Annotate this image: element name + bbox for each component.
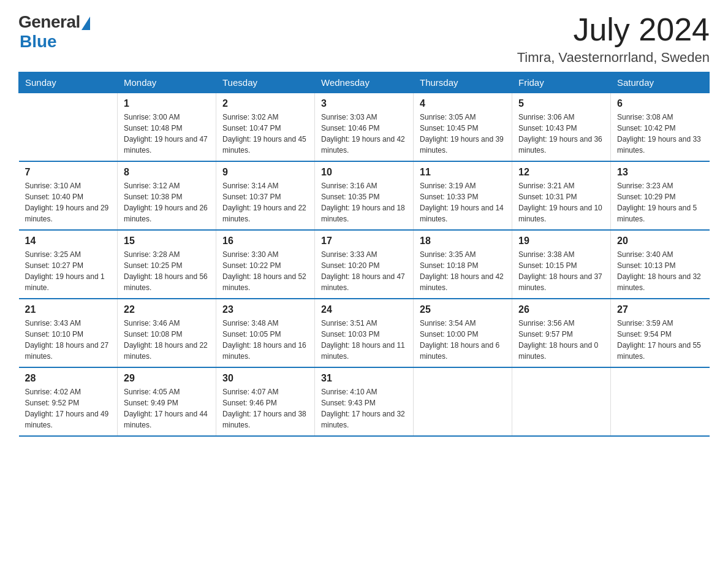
calendar-week-row: 7Sunrise: 3:10 AMSunset: 10:40 PMDayligh…: [19, 161, 710, 230]
calendar-cell: [19, 93, 118, 162]
day-number: 24: [321, 304, 407, 315]
day-info: Sunrise: 3:54 AMSunset: 10:00 PMDaylight…: [420, 318, 506, 362]
logo: General Blue: [18, 12, 90, 52]
calendar-cell: 15Sunrise: 3:28 AMSunset: 10:25 PMDaylig…: [118, 230, 216, 299]
day-number: 25: [420, 304, 506, 315]
day-info: Sunrise: 3:56 AMSunset: 9:57 PMDaylight:…: [518, 318, 604, 362]
day-info: Sunrise: 3:40 AMSunset: 10:13 PMDaylight…: [617, 249, 703, 293]
calendar-cell: [414, 367, 512, 436]
day-number: 26: [518, 304, 604, 315]
day-info: Sunrise: 3:21 AMSunset: 10:31 PMDaylight…: [518, 180, 604, 224]
month-year-title: July 2024: [517, 12, 710, 47]
logo-triangle-icon: [82, 17, 90, 30]
day-number: 29: [124, 373, 210, 384]
day-number: 18: [420, 236, 506, 247]
calendar-cell: 16Sunrise: 3:30 AMSunset: 10:22 PMDaylig…: [216, 230, 315, 299]
day-info: Sunrise: 3:48 AMSunset: 10:05 PMDaylight…: [222, 318, 308, 362]
calendar-header-row: SundayMondayTuesdayWednesdayThursdayFrid…: [19, 72, 710, 93]
day-number: 28: [25, 373, 112, 384]
calendar-cell: 7Sunrise: 3:10 AMSunset: 10:40 PMDayligh…: [19, 161, 118, 230]
day-info: Sunrise: 3:05 AMSunset: 10:45 PMDaylight…: [420, 112, 506, 156]
day-info: Sunrise: 3:23 AMSunset: 10:29 PMDaylight…: [617, 180, 703, 224]
calendar-cell: 9Sunrise: 3:14 AMSunset: 10:37 PMDayligh…: [216, 161, 315, 230]
day-number: 6: [617, 98, 703, 109]
calendar-cell: 31Sunrise: 4:10 AMSunset: 9:43 PMDayligh…: [315, 367, 414, 436]
calendar-week-row: 14Sunrise: 3:25 AMSunset: 10:27 PMDaylig…: [19, 230, 710, 299]
day-info: Sunrise: 3:03 AMSunset: 10:46 PMDaylight…: [321, 112, 407, 156]
day-info: Sunrise: 3:59 AMSunset: 9:54 PMDaylight:…: [617, 318, 703, 362]
calendar-cell: 26Sunrise: 3:56 AMSunset: 9:57 PMDayligh…: [512, 299, 611, 367]
day-info: Sunrise: 3:38 AMSunset: 10:15 PMDaylight…: [518, 249, 604, 293]
column-header-monday: Monday: [118, 72, 216, 93]
day-number: 10: [321, 167, 407, 178]
day-number: 3: [321, 98, 407, 109]
day-number: 11: [420, 167, 506, 178]
day-info: Sunrise: 3:06 AMSunset: 10:43 PMDaylight…: [518, 112, 604, 156]
page-header: General Blue July 2024 Timra, Vaesternor…: [18, 12, 710, 66]
calendar-week-row: 1Sunrise: 3:00 AMSunset: 10:48 PMDayligh…: [19, 93, 710, 162]
day-number: 27: [617, 304, 703, 315]
calendar-cell: [611, 367, 710, 436]
calendar-cell: 5Sunrise: 3:06 AMSunset: 10:43 PMDayligh…: [512, 93, 611, 162]
calendar-cell: 4Sunrise: 3:05 AMSunset: 10:45 PMDayligh…: [414, 93, 512, 162]
calendar-week-row: 28Sunrise: 4:02 AMSunset: 9:52 PMDayligh…: [19, 367, 710, 436]
day-number: 30: [222, 373, 308, 384]
day-number: 15: [124, 236, 210, 247]
calendar-cell: 28Sunrise: 4:02 AMSunset: 9:52 PMDayligh…: [19, 367, 118, 436]
day-info: Sunrise: 4:05 AMSunset: 9:49 PMDaylight:…: [124, 386, 210, 431]
day-number: 23: [222, 304, 308, 315]
calendar-cell: 6Sunrise: 3:08 AMSunset: 10:42 PMDayligh…: [611, 93, 710, 162]
calendar-cell: 20Sunrise: 3:40 AMSunset: 10:13 PMDaylig…: [611, 230, 710, 299]
day-number: 7: [25, 167, 112, 178]
day-info: Sunrise: 4:07 AMSunset: 9:46 PMDaylight:…: [222, 386, 308, 431]
location-subtitle: Timra, Vaesternorrland, Sweden: [517, 50, 710, 66]
calendar-cell: 12Sunrise: 3:21 AMSunset: 10:31 PMDaylig…: [512, 161, 611, 230]
day-number: 4: [420, 98, 506, 109]
day-number: 1: [124, 98, 210, 109]
day-info: Sunrise: 3:35 AMSunset: 10:18 PMDaylight…: [420, 249, 506, 293]
day-number: 20: [617, 236, 703, 247]
day-info: Sunrise: 3:02 AMSunset: 10:47 PMDaylight…: [222, 112, 308, 156]
day-number: 13: [617, 167, 703, 178]
day-number: 17: [321, 236, 407, 247]
day-number: 31: [321, 373, 407, 384]
day-info: Sunrise: 3:16 AMSunset: 10:35 PMDaylight…: [321, 180, 407, 224]
calendar-cell: [512, 367, 611, 436]
calendar-cell: 27Sunrise: 3:59 AMSunset: 9:54 PMDayligh…: [611, 299, 710, 367]
calendar-cell: 30Sunrise: 4:07 AMSunset: 9:46 PMDayligh…: [216, 367, 315, 436]
calendar-cell: 21Sunrise: 3:43 AMSunset: 10:10 PMDaylig…: [19, 299, 118, 367]
day-number: 9: [222, 167, 308, 178]
calendar-cell: 13Sunrise: 3:23 AMSunset: 10:29 PMDaylig…: [611, 161, 710, 230]
calendar-cell: 19Sunrise: 3:38 AMSunset: 10:15 PMDaylig…: [512, 230, 611, 299]
column-header-sunday: Sunday: [19, 72, 118, 93]
day-info: Sunrise: 3:46 AMSunset: 10:08 PMDaylight…: [124, 318, 210, 362]
day-number: 19: [518, 236, 604, 247]
calendar-cell: 10Sunrise: 3:16 AMSunset: 10:35 PMDaylig…: [315, 161, 414, 230]
day-info: Sunrise: 3:19 AMSunset: 10:33 PMDaylight…: [420, 180, 506, 224]
day-info: Sunrise: 3:33 AMSunset: 10:20 PMDaylight…: [321, 249, 407, 293]
day-info: Sunrise: 3:25 AMSunset: 10:27 PMDaylight…: [25, 249, 112, 293]
calendar-cell: 25Sunrise: 3:54 AMSunset: 10:00 PMDaylig…: [414, 299, 512, 367]
calendar-cell: 18Sunrise: 3:35 AMSunset: 10:18 PMDaylig…: [414, 230, 512, 299]
day-info: Sunrise: 4:10 AMSunset: 9:43 PMDaylight:…: [321, 386, 407, 431]
day-info: Sunrise: 3:14 AMSunset: 10:37 PMDaylight…: [222, 180, 308, 224]
day-info: Sunrise: 3:12 AMSunset: 10:38 PMDaylight…: [124, 180, 210, 224]
logo-general-text: General: [18, 12, 80, 32]
calendar-cell: 11Sunrise: 3:19 AMSunset: 10:33 PMDaylig…: [414, 161, 512, 230]
calendar-cell: 22Sunrise: 3:46 AMSunset: 10:08 PMDaylig…: [118, 299, 216, 367]
day-number: 21: [25, 304, 112, 315]
calendar-cell: 23Sunrise: 3:48 AMSunset: 10:05 PMDaylig…: [216, 299, 315, 367]
day-number: 8: [124, 167, 210, 178]
calendar-week-row: 21Sunrise: 3:43 AMSunset: 10:10 PMDaylig…: [19, 299, 710, 367]
calendar-cell: 17Sunrise: 3:33 AMSunset: 10:20 PMDaylig…: [315, 230, 414, 299]
day-number: 16: [222, 236, 308, 247]
day-info: Sunrise: 3:08 AMSunset: 10:42 PMDaylight…: [617, 112, 703, 156]
day-info: Sunrise: 3:00 AMSunset: 10:48 PMDaylight…: [124, 112, 210, 156]
column-header-saturday: Saturday: [611, 72, 710, 93]
day-info: Sunrise: 3:28 AMSunset: 10:25 PMDaylight…: [124, 249, 210, 293]
calendar-cell: 3Sunrise: 3:03 AMSunset: 10:46 PMDayligh…: [315, 93, 414, 162]
calendar-cell: 8Sunrise: 3:12 AMSunset: 10:38 PMDayligh…: [118, 161, 216, 230]
calendar-table: SundayMondayTuesdayWednesdayThursdayFrid…: [18, 72, 710, 437]
column-header-thursday: Thursday: [414, 72, 512, 93]
column-header-tuesday: Tuesday: [216, 72, 315, 93]
